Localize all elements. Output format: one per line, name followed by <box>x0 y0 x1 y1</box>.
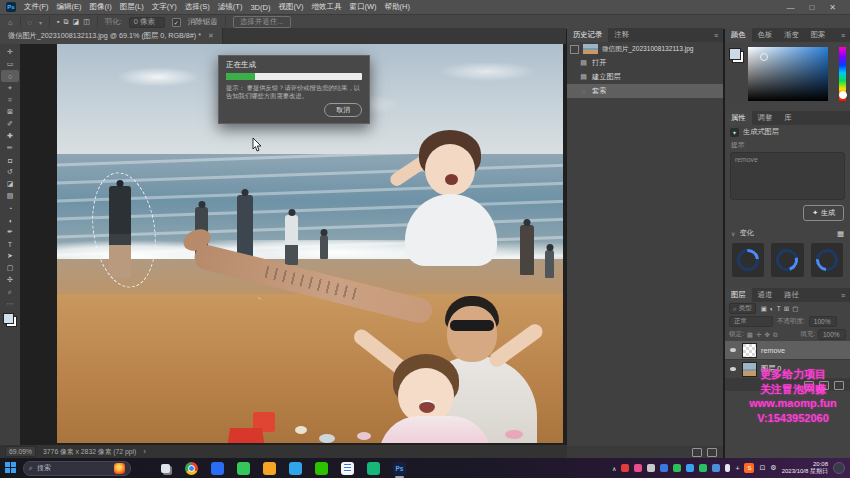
history-step-open[interactable]: ▤ 打开 <box>567 56 723 70</box>
delete-state-icon[interactable] <box>707 448 717 457</box>
history-brush-source-icon[interactable] <box>570 45 579 54</box>
variation-thumbnail-loading[interactable] <box>732 243 764 277</box>
lock-all-icon[interactable]: ⧉ <box>773 331 778 339</box>
plus-icon[interactable]: + <box>735 465 739 472</box>
sogou-input-icon[interactable]: S <box>744 463 754 473</box>
zoom-level-input[interactable]: 69.09% <box>5 446 36 457</box>
blur-tool[interactable]: ◔ <box>1 202 19 214</box>
blend-mode-select[interactable]: 正常 <box>729 316 773 327</box>
taskbar-search-input[interactable]: ⌕ 搜索 <box>23 461 131 476</box>
document-tab[interactable]: 微信图片_20231008132113.jpg @ 69.1% (图层 0, R… <box>0 28 223 44</box>
menu-edit[interactable]: 编辑(E) <box>57 2 82 12</box>
new-snapshot-icon[interactable] <box>692 448 702 457</box>
saturation-brightness-field[interactable] <box>748 47 828 101</box>
new-selection-icon[interactable]: ▪ <box>57 18 59 26</box>
select-and-mask-button[interactable]: 选择并遮住... <box>233 16 291 28</box>
tab-layers[interactable]: 图层 <box>725 288 752 302</box>
marquee-tool[interactable]: ▭ <box>1 58 19 70</box>
panel-menu-icon[interactable]: ≡ <box>709 28 723 42</box>
clone-stamp-tool[interactable]: ◘ <box>1 154 19 166</box>
color-swatches[interactable] <box>3 313 17 327</box>
tool-preset-caret-icon[interactable]: ▾ <box>39 19 42 26</box>
status-chevron-icon[interactable]: › <box>143 448 145 455</box>
menu-3d[interactable]: 3D(D) <box>250 3 270 12</box>
gradient-tool[interactable]: ▧ <box>1 190 19 202</box>
taskbar-clock[interactable]: 20:08 2023/10/8 星期日 <box>782 461 828 475</box>
panel-menu-icon[interactable]: ≡ <box>836 288 850 302</box>
tab-gradients[interactable]: 渐变 <box>778 28 805 42</box>
tab-color[interactable]: 颜色 <box>725 28 752 42</box>
tab-properties[interactable]: 属性 <box>725 111 752 125</box>
healing-brush-tool[interactable]: ✚ <box>1 130 19 142</box>
cancel-button[interactable]: 取消 <box>324 103 362 117</box>
tray-icon[interactable] <box>634 464 642 472</box>
grid-view-icon[interactable]: ▦ <box>837 229 844 238</box>
filter-type-icon[interactable]: T <box>777 305 781 313</box>
fill-select[interactable]: 100% <box>818 329 846 340</box>
task-view-button[interactable] <box>159 462 172 475</box>
document-app-icon[interactable] <box>341 462 354 475</box>
tab-close-icon[interactable]: ✕ <box>208 32 214 40</box>
hue-marker[interactable] <box>839 91 847 99</box>
menu-help[interactable]: 帮助(H) <box>385 2 410 12</box>
tab-channels[interactable]: 通道 <box>752 288 779 302</box>
settings-gear-icon[interactable]: ⚙ <box>770 464 776 472</box>
close-button[interactable]: ✕ <box>829 3 836 12</box>
menu-image[interactable]: 图像(I) <box>90 2 112 12</box>
tab-adjustments[interactable]: 调整 <box>752 111 779 125</box>
subtract-selection-icon[interactable]: ◪ <box>73 18 80 26</box>
folder-app-icon[interactable] <box>263 462 276 475</box>
pen-tool[interactable]: ✒ <box>1 226 19 238</box>
history-brush-tool[interactable]: ↺ <box>1 166 19 178</box>
intersect-selection-icon[interactable]: ◫ <box>83 18 90 26</box>
layer-filter-input[interactable]: ⌕ 类型 <box>729 303 756 314</box>
filter-smart-icon[interactable]: ▢ <box>792 305 798 313</box>
filter-shape-icon[interactable]: ⊞ <box>784 305 789 313</box>
foreground-color-swatch[interactable] <box>729 48 741 60</box>
edit-toolbar-icon[interactable]: ⋯ <box>1 298 19 310</box>
menu-plugins[interactable]: 增效工具 <box>311 2 341 12</box>
zoom-tool[interactable]: ⌕ <box>1 286 19 298</box>
wechat-icon[interactable] <box>315 462 328 475</box>
object-selection-tool[interactable]: ⌖ <box>1 82 19 94</box>
photoshop-taskbar-icon[interactable]: Ps <box>393 462 406 475</box>
search-highlight-image[interactable] <box>114 463 125 474</box>
tray-icon[interactable] <box>621 464 629 472</box>
visibility-eye-icon[interactable] <box>730 348 736 352</box>
tab-history[interactable]: 历史记录 <box>567 28 608 42</box>
add-selection-icon[interactable]: ⧉ <box>64 18 69 26</box>
variations-caret-icon[interactable]: ∨ <box>731 230 735 237</box>
tray-icon[interactable] <box>686 464 694 472</box>
history-step-lasso[interactable]: ◌ 套索 <box>567 84 723 98</box>
quark-app-icon[interactable] <box>211 462 224 475</box>
minimize-button[interactable]: — <box>786 3 794 12</box>
feather-input[interactable]: 0 像素 <box>129 17 165 28</box>
generate-button[interactable]: ✦ 生成 <box>803 205 844 221</box>
hand-tool[interactable]: ✣ <box>1 274 19 286</box>
tray-icon[interactable] <box>712 464 720 472</box>
telegram-app-icon[interactable] <box>289 462 302 475</box>
layer-thumbnail[interactable] <box>742 343 757 358</box>
lasso-tool[interactable]: ◌ <box>1 70 19 82</box>
menu-file[interactable]: 文件(F) <box>24 2 49 12</box>
move-tool[interactable]: ✛ <box>1 46 19 58</box>
tab-paths[interactable]: 路径 <box>778 288 805 302</box>
variation-thumbnail-loading[interactable] <box>811 243 843 277</box>
tray-icon[interactable] <box>660 464 668 472</box>
chrome-icon[interactable] <box>185 462 198 475</box>
tab-swatches[interactable]: 色板 <box>752 28 779 42</box>
fg-bg-swatches[interactable] <box>729 48 744 63</box>
variation-thumbnail-loading[interactable] <box>771 243 803 277</box>
microphone-icon[interactable] <box>725 464 730 472</box>
layer-name[interactable]: remove <box>761 346 785 355</box>
foreground-color-swatch[interactable] <box>3 313 14 324</box>
menu-view[interactable]: 视图(V) <box>278 2 303 12</box>
panel-menu-icon[interactable]: ≡ <box>836 28 850 42</box>
path-selection-tool[interactable]: ➤ <box>1 250 19 262</box>
crop-tool[interactable]: ⌗ <box>1 94 19 106</box>
filter-adjustment-icon[interactable]: ◐ <box>770 305 774 313</box>
menu-filter[interactable]: 滤镜(T) <box>218 2 243 12</box>
opacity-select[interactable]: 100% <box>809 316 837 327</box>
lasso-tool-icon[interactable]: ◌ <box>28 18 32 27</box>
lock-position-icon[interactable]: ✥ <box>764 331 769 339</box>
